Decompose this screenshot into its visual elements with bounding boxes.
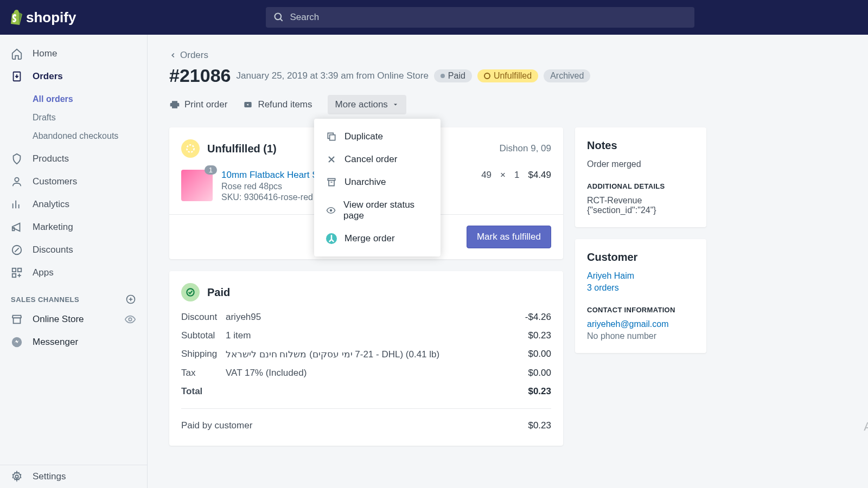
eye-icon[interactable]	[124, 313, 136, 325]
refund-icon	[242, 99, 253, 110]
dropdown-duplicate[interactable]: Duplicate	[314, 125, 441, 148]
nav-orders-sub: All orders Drafts Abandoned checkouts	[0, 88, 147, 147]
customer-card: Customer Ariyeh Haim 3 orders CONTACT IN…	[575, 239, 706, 353]
eye-icon	[326, 205, 336, 216]
unfulfilled-status-icon	[181, 139, 200, 158]
paid-title: Paid	[207, 286, 230, 299]
dropdown-merge[interactable]: Merge order	[314, 227, 441, 250]
svg-rect-7	[12, 274, 16, 277]
order-meta: January 25, 2019 at 3:39 am from Online …	[236, 70, 428, 81]
duplicate-icon	[326, 131, 337, 142]
shopify-bag-icon	[10, 10, 23, 25]
more-actions-dropdown: Duplicate Cancel order Unarchive View or…	[314, 119, 441, 256]
row-subtotal: Subtotal1 item$0.23	[169, 326, 563, 345]
channel-online-store[interactable]: Online Store	[0, 308, 147, 331]
mark-fulfilled-button[interactable]: Mark as fulfilled	[467, 226, 551, 248]
notes-title: Notes	[587, 139, 694, 152]
notes-body: Order merged	[587, 159, 694, 169]
badge-paid: Paid	[434, 69, 472, 82]
watermark-line1: Activ	[864, 420, 868, 434]
svg-rect-6	[18, 268, 21, 272]
additional-details-header: ADDITIONAL DETAILS	[587, 182, 694, 190]
fulfillment-title: Unfulfilled (1)	[207, 143, 277, 155]
paid-status-icon	[181, 283, 200, 301]
notes-card: Notes Order merged ADDITIONAL DETAILS RC…	[575, 127, 706, 227]
nav-orders[interactable]: Orders	[0, 65, 147, 88]
svg-point-15	[330, 209, 332, 211]
row-shipping: Shippingמשלוח חינם לישראל (7-21 ימי עסקי…	[169, 345, 563, 364]
row-total: Total$0.23	[169, 382, 563, 401]
topbar: shopify	[0, 0, 868, 35]
dropdown-view-status[interactable]: View order status page	[314, 194, 441, 227]
archive-icon	[326, 177, 337, 188]
customer-email-link[interactable]: ariyeheh@gmail.com	[587, 319, 694, 329]
customer-title: Customer	[587, 251, 694, 264]
channel-messenger[interactable]: Messenger	[0, 331, 147, 354]
print-order[interactable]: Print order	[169, 99, 227, 110]
row-tax: TaxVAT 17% (Included)$0.00	[169, 364, 563, 382]
svg-rect-13	[330, 135, 335, 140]
item-price: 49×1	[481, 170, 519, 181]
order-title: #21086	[169, 65, 231, 86]
nav-products[interactable]: Products	[0, 147, 147, 170]
brand-label: shopify	[26, 9, 76, 26]
row-discount: Discountariyeh95-$4.26	[169, 308, 563, 326]
divider	[181, 408, 551, 409]
fulfillment-location: Dishon 9, 09	[500, 143, 551, 154]
svg-line-1	[280, 19, 283, 21]
nav-drafts[interactable]: Drafts	[33, 108, 147, 127]
svg-point-16	[187, 145, 194, 152]
nav-discounts[interactable]: Discounts	[0, 239, 147, 261]
nav-all-orders[interactable]: All orders	[33, 90, 147, 108]
nav-abandoned[interactable]: Abandoned checkouts	[33, 127, 147, 145]
nav-customers[interactable]: Customers	[0, 170, 147, 193]
nav-analytics[interactable]: Analytics	[0, 193, 147, 216]
nav-apps[interactable]: Apps	[0, 261, 147, 284]
search-icon	[273, 12, 284, 23]
rct-label: RCT-Revenue	[587, 196, 694, 206]
print-icon	[169, 99, 180, 110]
item-thumbnail[interactable]: 1	[181, 170, 213, 201]
svg-point-9	[129, 318, 132, 321]
dropdown-unarchive[interactable]: Unarchive	[314, 171, 441, 194]
search-input[interactable]	[290, 12, 687, 23]
item-qty-badge: 1	[205, 165, 217, 175]
refund-items[interactable]: Refund items	[242, 99, 312, 110]
sales-channels-header: SALES CHANNELS	[0, 284, 147, 308]
dropdown-cancel[interactable]: Cancel order	[314, 148, 441, 171]
close-icon	[326, 154, 337, 165]
customer-name-link[interactable]: Ariyeh Haim	[587, 271, 694, 281]
svg-point-3	[15, 178, 18, 182]
actions-row: Print order Refund items More actions Du…	[169, 95, 706, 114]
badge-archived: Archived	[544, 69, 590, 82]
svg-rect-14	[328, 178, 335, 180]
rct-value: {"section_id":"24"}	[587, 206, 694, 215]
customer-phone: No phone number	[587, 331, 694, 341]
paid-card: Paid Discountariyeh95-$4.26 Subtotal1 it…	[169, 271, 563, 446]
row-paid-by-customer: Paid by customer$0.23	[169, 416, 563, 435]
nav-home[interactable]: Home	[0, 42, 147, 65]
svg-point-0	[275, 14, 282, 20]
merge-icon	[326, 233, 337, 244]
nav-marketing[interactable]: Marketing	[0, 216, 147, 239]
main-content: Orders #21086 January 25, 2019 at 3:39 a…	[148, 35, 868, 488]
search-box[interactable]	[266, 7, 694, 28]
add-channel-icon[interactable]	[125, 294, 136, 305]
breadcrumb[interactable]: Orders	[169, 50, 706, 61]
customer-orders-link[interactable]: 3 orders	[587, 283, 694, 293]
nav-settings[interactable]: Settings	[0, 465, 147, 488]
more-actions-button[interactable]: More actions	[328, 95, 406, 114]
contact-info-header: CONTACT INFORMATION	[587, 306, 694, 314]
caret-down-icon	[392, 101, 399, 108]
title-row: #21086 January 25, 2019 at 3:39 am from …	[169, 65, 706, 86]
chevron-left-icon	[169, 52, 177, 59]
svg-rect-5	[12, 268, 16, 272]
item-total: $4.49	[528, 170, 551, 181]
sidebar: Home Orders All orders Drafts Abandoned …	[0, 35, 148, 488]
svg-point-11	[15, 475, 18, 478]
logo[interactable]: shopify	[10, 9, 76, 26]
badge-unfulfilled: Unfulfilled	[477, 69, 538, 82]
